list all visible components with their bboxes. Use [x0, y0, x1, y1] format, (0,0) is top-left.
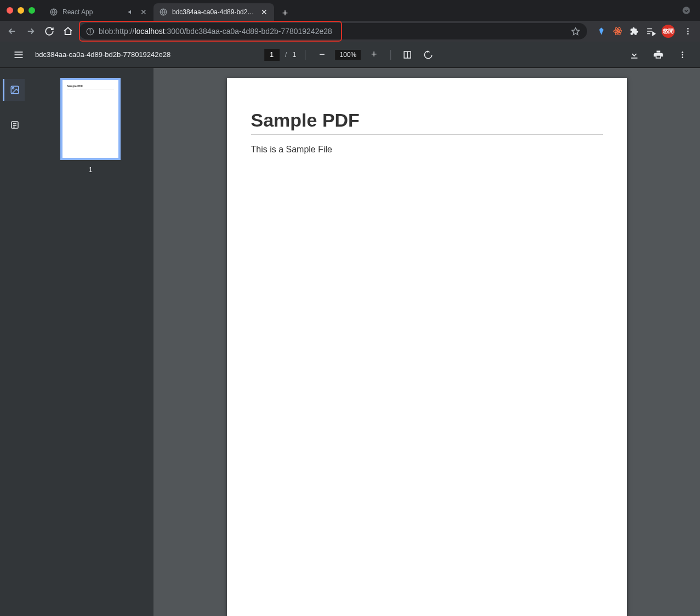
zoom-in-button[interactable]: + — [366, 47, 382, 62]
pdf-filename: bdc384aa-ca0a-4d89-bd2b-778019242e28 — [35, 50, 170, 59]
pdf-toolbar-right — [625, 46, 691, 64]
svg-marker-6 — [572, 27, 579, 35]
pdf-body: Sample PDF 1 Sample PDF This is a Sample… — [0, 68, 700, 616]
pdf-toolbar-center: / 1 − 100% + — [264, 47, 436, 62]
tab-title: bdc384aa-ca0a-4d89-bd2b-7 — [172, 8, 255, 16]
thumbnail-heading: Sample PDF — [67, 84, 114, 89]
chevron-down-icon[interactable] — [680, 4, 692, 16]
page-separator: / — [285, 50, 287, 59]
address-bar[interactable]: blob:http://localhost:3000/bdc384aa-ca0a… — [79, 23, 587, 39]
outline-tab[interactable] — [3, 114, 25, 136]
zoom-out-button[interactable]: − — [315, 47, 330, 62]
url-host: localhost — [134, 27, 164, 36]
sidebar-tabs — [0, 68, 27, 616]
page-total: 1 — [292, 50, 296, 59]
fit-page-button[interactable] — [400, 47, 415, 62]
forward-button[interactable] — [23, 24, 38, 39]
svg-point-24 — [682, 54, 684, 55]
pdf-page: Sample PDF This is a Sample File — [227, 78, 627, 616]
extensions-puzzle-icon[interactable] — [629, 26, 640, 37]
reload-button[interactable] — [42, 24, 57, 39]
svg-point-5 — [89, 29, 90, 30]
svg-point-25 — [682, 56, 684, 58]
browser-menu-button[interactable] — [680, 24, 696, 39]
zoom-level: 100% — [335, 50, 361, 60]
bookmark-star-icon[interactable] — [571, 26, 581, 36]
divider — [305, 50, 306, 60]
new-tab-button[interactable]: + — [277, 5, 293, 21]
svg-point-7 — [617, 31, 619, 32]
globe-icon — [49, 8, 58, 16]
browser-toolbar: blob:http://localhost:3000/bdc384aa-ca0a… — [0, 21, 700, 42]
rotate-button[interactable] — [420, 47, 436, 62]
document-body: This is a Sample File — [251, 145, 603, 155]
mute-icon[interactable] — [127, 8, 135, 16]
svg-point-23 — [682, 52, 684, 53]
tab-pdf[interactable]: bdc384aa-ca0a-4d89-bd2b-7 ✕ — [153, 3, 274, 21]
print-button[interactable] — [650, 46, 667, 64]
svg-point-27 — [12, 88, 14, 89]
pdf-toolbar: bdc384aa-ca0a-4d89-bd2b-778019242e28 / 1… — [0, 42, 700, 68]
download-button[interactable] — [625, 46, 643, 64]
page-number-input[interactable] — [264, 49, 280, 61]
svg-point-17 — [687, 33, 689, 35]
page-thumbnail[interactable]: Sample PDF — [60, 78, 121, 160]
thumbnails-tab[interactable] — [3, 79, 25, 101]
svg-point-16 — [687, 31, 689, 32]
avatar-label: 悠閒 — [663, 27, 674, 35]
svg-marker-14 — [653, 32, 656, 36]
browser-tab-bar: React App ✕ bdc384aa-ca0a-4d89-bd2b-7 ✕ … — [0, 0, 700, 21]
profile-avatar[interactable]: 悠閒 — [662, 25, 675, 38]
thumbnail-panel: Sample PDF 1 — [27, 68, 153, 616]
url-prefix: blob:http:// — [99, 27, 134, 36]
home-button[interactable] — [60, 24, 76, 39]
tab-title: React App — [62, 8, 123, 16]
address-bar-wrap: blob:http://localhost:3000/bdc384aa-ca0a… — [79, 23, 587, 39]
divider — [390, 50, 391, 60]
window-maximize-button[interactable] — [29, 7, 35, 14]
svg-point-2 — [682, 7, 690, 14]
thumbnail-page-number: 1 — [88, 166, 92, 174]
svg-point-15 — [687, 28, 689, 30]
info-icon[interactable] — [86, 27, 94, 36]
reading-list-icon[interactable] — [645, 26, 656, 37]
url-text: blob:http://localhost:3000/bdc384aa-ca0a… — [99, 27, 566, 36]
react-devtools-icon[interactable] — [612, 26, 623, 37]
sidebar-toggle-button[interactable] — [9, 45, 29, 65]
globe-icon — [159, 8, 168, 16]
tabbar-right — [680, 4, 696, 16]
window-controls — [7, 7, 35, 14]
window-minimize-button[interactable] — [18, 7, 24, 14]
document-heading: Sample PDF — [251, 110, 603, 135]
back-button[interactable] — [4, 24, 20, 39]
pdf-menu-button[interactable] — [674, 46, 691, 64]
url-suffix: :3000/bdc384aa-ca0a-4d89-bd2b-778019242e… — [165, 27, 332, 36]
tabs-container: React App ✕ bdc384aa-ca0a-4d89-bd2b-7 ✕ … — [44, 0, 293, 21]
close-icon[interactable]: ✕ — [139, 8, 148, 16]
extension-icons: 悠閒 — [596, 24, 696, 39]
page-area[interactable]: Sample PDF This is a Sample File — [153, 68, 700, 616]
window-close-button[interactable] — [7, 7, 13, 14]
diamond-icon[interactable] — [596, 26, 607, 37]
close-icon[interactable]: ✕ — [260, 8, 269, 16]
tab-react-app[interactable]: React App ✕ — [44, 3, 153, 21]
